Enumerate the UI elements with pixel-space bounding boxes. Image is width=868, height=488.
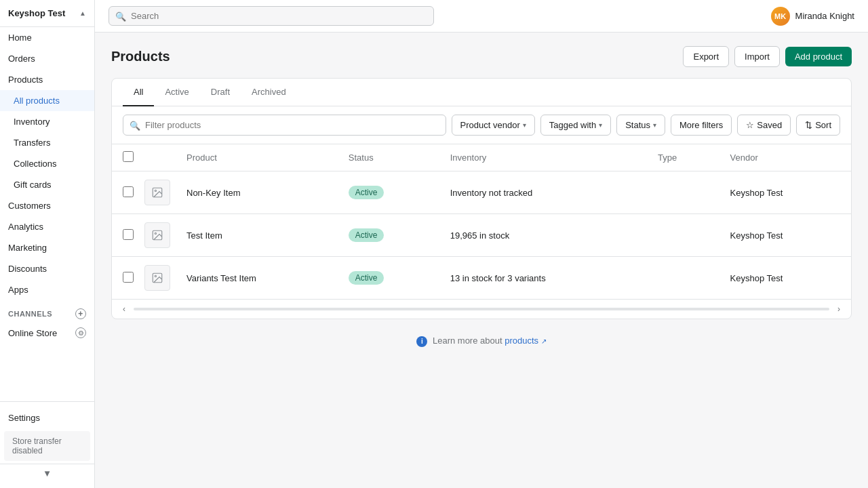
row-checkbox-cell [112,257,139,300]
row-vendor: Keyshop Test [719,257,851,300]
vendor-filter-button[interactable]: Product vendor ▾ [452,115,535,136]
status-chevron-icon: ▾ [653,121,656,129]
row-status: Active [338,171,439,214]
external-link-icon: ↗ [541,338,547,345]
sidebar-item-marketing[interactable]: Marketing [0,237,94,258]
table-row[interactable]: Variants Test Item Active 13 in stock fo… [112,257,851,300]
scroll-track [134,308,829,310]
row-inventory: Inventory not tracked [439,171,647,214]
filter-search: 🔍 [123,115,446,136]
status-badge: Active [349,228,384,242]
add-channel-icon[interactable]: + [75,308,86,319]
header-select-all [112,144,139,171]
tab-all[interactable]: All [123,79,154,106]
sidebar-item-home[interactable]: Home [0,27,94,48]
header-inventory: Inventory [439,144,647,171]
table-row[interactable]: Non-Key Item Active Inventory not tracke… [112,171,851,214]
sidebar-item-all-products[interactable]: All products [0,90,94,111]
sort-button[interactable]: ⇅ Sort [796,115,840,136]
sidebar-item-analytics[interactable]: Analytics [0,216,94,237]
filters-right: ☆ Saved ⇅ Sort [737,115,840,136]
sidebar-item-settings[interactable]: Settings [0,407,94,428]
header-img [139,144,176,171]
main-content: 🔍 MK Miranda Knight Products Export Impo… [95,0,868,488]
tagged-filter-button[interactable]: Tagged with ▾ [540,115,611,136]
product-thumbnail [144,180,170,205]
global-search: 🔍 [108,6,434,26]
filter-search-input[interactable] [123,115,446,136]
avatar[interactable]: MK [771,7,790,26]
table-header-row: Product Status Inventory Type Vendor [112,144,851,171]
tagged-chevron-icon: ▾ [599,121,602,129]
tab-draft[interactable]: Draft [200,79,241,106]
row-type [647,214,719,257]
row-type [647,171,719,214]
import-button[interactable]: Import [734,46,780,67]
sort-icon: ⇅ [805,120,812,130]
row-status: Active [338,214,439,257]
sidebar-item-customers[interactable]: Customers [0,195,94,216]
status-filter-button[interactable]: Status ▾ [616,115,665,136]
sidebar-item-gift-cards[interactable]: Gift cards [0,174,94,195]
sidebar-header[interactable]: Keyshop Test ▲ [0,0,94,27]
learn-more-link[interactable]: products ↗ [505,336,547,346]
sidebar-chevron-icon: ▲ [79,9,86,17]
status-badge: Active [349,271,384,285]
add-product-button[interactable]: Add product [785,47,852,66]
page-actions: Export Import Add product [683,46,852,67]
product-thumbnail [144,222,170,248]
username-label: Miranda Knight [795,11,854,21]
sidebar-item-inventory[interactable]: Inventory [0,111,94,132]
info-icon: i [416,336,427,347]
products-table: Product Status Inventory Type Vendor [112,144,851,299]
sidebar-item-products[interactable]: Products [0,69,94,90]
sidebar-item-online-store[interactable]: Online Store ⚙ [0,322,94,344]
status-badge: Active [349,186,384,199]
page-content: Products Export Import Add product All A… [95,33,868,488]
more-filters-button[interactable]: More filters [671,115,732,136]
tab-active[interactable]: Active [154,79,199,106]
products-tbody: Non-Key Item Active Inventory not tracke… [112,171,851,300]
sidebar-item-transfers[interactable]: Transfers [0,132,94,153]
page-header: Products Export Import Add product [111,46,852,67]
sidebar: Keyshop Test ▲ Home Orders Products All … [0,0,95,488]
products-card: All Active Draft Archived 🔍 Product vend… [111,78,852,319]
svg-point-3 [155,232,156,234]
svg-point-1 [155,190,156,191]
row-vendor: Keyshop Test [719,171,851,214]
row-image-cell [139,257,176,300]
header-vendor: Vendor [719,144,851,171]
row-type [647,257,719,300]
sidebar-item-apps[interactable]: Apps [0,279,94,300]
topbar-right: MK Miranda Knight [771,7,854,26]
row-image-cell [139,214,176,257]
sidebar-item-orders[interactable]: Orders [0,48,94,69]
sidebar-footer: Settings Store transfer disabled ▼ [0,401,94,488]
sidebar-item-discounts[interactable]: Discounts [0,258,94,279]
row-checkbox[interactable] [123,186,134,197]
table-row[interactable]: Test Item Active 19,965 in stock Keyshop… [112,214,851,257]
vendor-chevron-icon: ▾ [523,121,526,129]
export-button[interactable]: Export [683,46,729,67]
row-checkbox[interactable] [123,229,134,240]
sidebar-scroll-down-button[interactable]: ▼ [0,464,94,483]
tab-archived[interactable]: Archived [241,79,297,106]
svg-point-5 [155,275,156,277]
scroll-right-icon[interactable]: › [832,302,846,316]
search-input[interactable] [108,6,434,26]
saved-button[interactable]: ☆ Saved [737,115,791,136]
row-inventory: 19,965 in stock [439,214,647,257]
scroll-left-icon[interactable]: ‹ [117,302,131,316]
page-title: Products [111,49,170,64]
row-checkbox[interactable] [123,272,134,283]
sidebar-item-collections[interactable]: Collections [0,153,94,174]
online-store-settings-icon[interactable]: ⚙ [75,327,86,338]
row-vendor: Keyshop Test [719,214,851,257]
store-transfer-status: Store transfer disabled [4,431,90,461]
store-name: Keyshop Test [8,8,65,18]
product-thumbnail [144,265,170,291]
sidebar-nav: Home Orders Products All products Invent… [0,27,94,401]
products-submenu: All products Inventory Transfers Collect… [0,90,94,195]
select-all-checkbox[interactable] [123,151,134,162]
row-product-name: Variants Test Item [176,257,338,300]
